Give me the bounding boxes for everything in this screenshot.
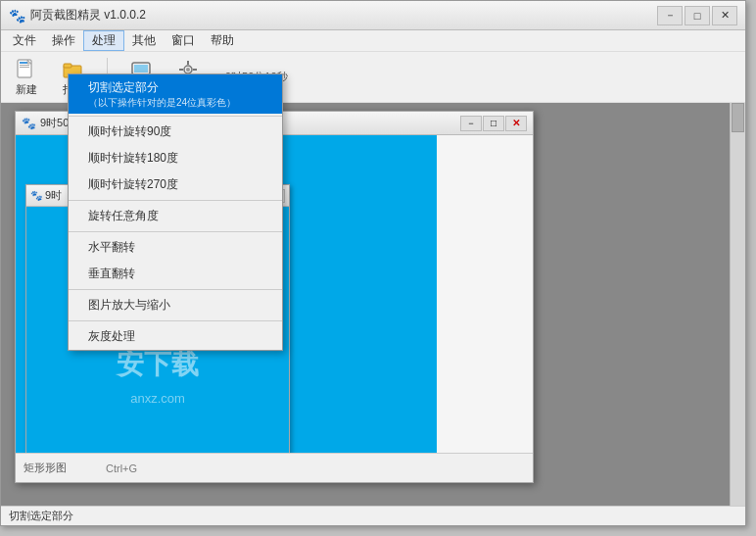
title-bar: 🐾 阿贡截图精灵 v1.0.0.2 － □ ✕ bbox=[1, 1, 745, 30]
menu-help[interactable]: 帮助 bbox=[203, 30, 242, 51]
dropdown-separator-4 bbox=[69, 289, 282, 290]
menu-grayscale[interactable]: 灰度处理 bbox=[69, 323, 282, 350]
new-button[interactable]: 新建 bbox=[9, 56, 44, 99]
menu-operate[interactable]: 操作 bbox=[44, 30, 83, 51]
cut-selection-label: 切割选定部分 bbox=[88, 80, 159, 94]
scrollbar-thumb[interactable] bbox=[732, 103, 744, 132]
scrollbar[interactable] bbox=[730, 103, 745, 506]
menu-flip-horizontal[interactable]: 水平翻转 bbox=[69, 234, 282, 261]
menu-rotate-270[interactable]: 顺时针旋转270度 bbox=[69, 171, 282, 198]
menu-file[interactable]: 文件 bbox=[5, 30, 44, 51]
close-button[interactable]: ✕ bbox=[712, 6, 737, 25]
svg-rect-2 bbox=[20, 65, 29, 66]
watermark-text: 安下载 bbox=[117, 346, 199, 383]
svg-rect-1 bbox=[20, 62, 27, 64]
menu-rotate-180[interactable]: 顺时针旋转180度 bbox=[69, 145, 282, 171]
inner-minimize-button[interactable]: － bbox=[460, 116, 482, 131]
watermark-sub: anxz.com bbox=[130, 391, 185, 406]
menu-rotate-custom[interactable]: 旋转任意角度 bbox=[69, 203, 282, 229]
svg-point-12 bbox=[186, 68, 190, 72]
inner-close-icon: ✕ bbox=[512, 118, 520, 128]
svg-rect-13 bbox=[187, 61, 189, 65]
menu-flip-vertical[interactable]: 垂直翻转 bbox=[69, 261, 282, 287]
menu-zoom[interactable]: 图片放大与缩小 bbox=[69, 292, 282, 318]
cut-selection-sub: （以下操作针对的是24位真彩色） bbox=[88, 96, 236, 109]
new-icon bbox=[15, 58, 38, 81]
dropdown-separator-3 bbox=[69, 231, 282, 232]
app-title: 阿贡截图精灵 v1.0.0.2 bbox=[30, 7, 657, 24]
minimize-button[interactable]: － bbox=[657, 6, 683, 25]
menu-rotate-90[interactable]: 顺时针旋转90度 bbox=[69, 119, 282, 145]
dropdown-separator-5 bbox=[69, 320, 282, 321]
svg-rect-16 bbox=[193, 69, 197, 71]
new-label: 新建 bbox=[16, 82, 37, 97]
main-window: 🐾 阿贡截图精灵 v1.0.0.2 － □ ✕ 文件 操作 处理 其他 窗口 帮… bbox=[0, 0, 746, 526]
inner-window-icon: 🐾 bbox=[22, 117, 36, 130]
menu-cut-selection[interactable]: 切割选定部分 （以下操作针对的是24位真彩色） bbox=[69, 74, 282, 114]
svg-rect-6 bbox=[64, 64, 71, 68]
title-bar-buttons: － □ ✕ bbox=[657, 6, 737, 25]
svg-rect-8 bbox=[134, 65, 148, 73]
svg-rect-3 bbox=[20, 67, 29, 68]
app-icon: 🐾 bbox=[9, 8, 24, 24]
status-text: 切割选定部分 bbox=[9, 509, 73, 523]
inner-bottom-bar: 矩形形图 Ctrl+G bbox=[16, 453, 533, 482]
svg-rect-15 bbox=[179, 69, 183, 71]
bottom-shape-text: 矩形形图 bbox=[24, 461, 67, 475]
inner-window2-icon: 🐾 bbox=[30, 190, 42, 201]
dropdown-separator-1 bbox=[69, 116, 282, 117]
dropdown-menu: 切割选定部分 （以下操作针对的是24位真彩色） 顺时针旋转90度 顺时针旋转18… bbox=[68, 73, 283, 351]
status-bar: 切割选定部分 bbox=[1, 506, 745, 525]
maximize-button[interactable]: □ bbox=[685, 6, 710, 25]
inner-close-button[interactable]: ✕ bbox=[505, 116, 527, 131]
dropdown-separator-2 bbox=[69, 200, 282, 201]
shortcut-text: Ctrl+G bbox=[106, 463, 137, 474]
inner-title-buttons: － □ ✕ bbox=[460, 116, 527, 131]
menu-bar: 文件 操作 处理 其他 窗口 帮助 bbox=[1, 30, 745, 52]
menu-process[interactable]: 处理 bbox=[83, 30, 124, 51]
menu-other[interactable]: 其他 bbox=[124, 30, 164, 51]
right-white-area bbox=[437, 135, 533, 453]
menu-window[interactable]: 窗口 bbox=[164, 30, 203, 51]
inner-maximize-button[interactable]: □ bbox=[483, 116, 504, 131]
